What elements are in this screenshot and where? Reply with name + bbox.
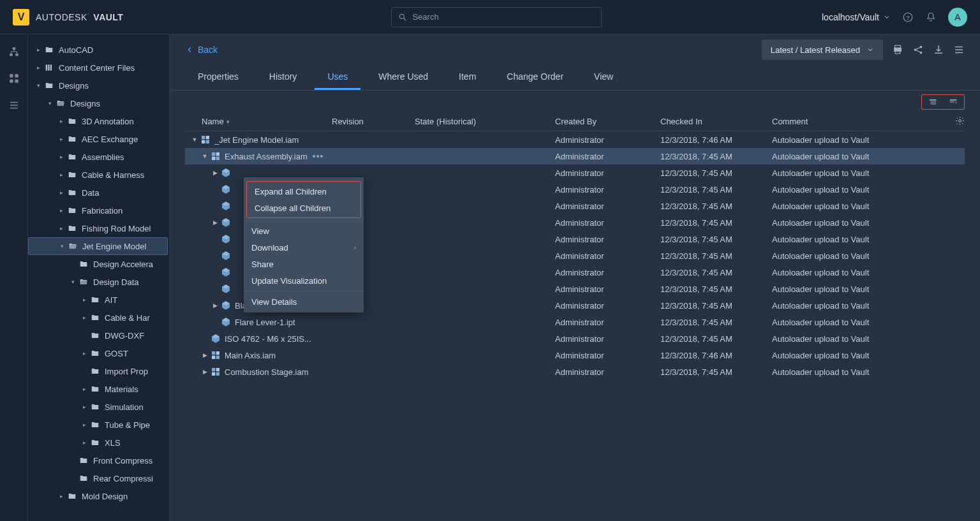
tree-item[interactable]: ▸ Fabrication xyxy=(28,202,168,219)
tree-item[interactable]: ▸ Cable & Har xyxy=(28,309,168,327)
tree-caret-icon[interactable]: ▸ xyxy=(36,64,41,71)
col-header-revision[interactable]: Revision xyxy=(332,117,415,126)
search-box[interactable] xyxy=(391,7,602,27)
tree-item[interactable]: ▾ Designs xyxy=(28,94,168,112)
help-icon[interactable] xyxy=(902,11,914,23)
print-icon[interactable] xyxy=(892,44,903,55)
tree-caret-icon[interactable]: ▸ xyxy=(59,154,64,160)
ctx-update-visualization[interactable]: Update Visualization xyxy=(244,272,364,289)
tree-caret-icon[interactable]: ▸ xyxy=(59,118,64,124)
row-caret-icon[interactable]: ▶ xyxy=(212,219,218,226)
tree-caret-icon[interactable]: ▸ xyxy=(82,439,87,446)
row-caret-icon[interactable]: ▼ xyxy=(202,153,208,159)
ctx-download[interactable]: Download› xyxy=(244,239,364,256)
tree-caret-icon[interactable]: ▸ xyxy=(82,297,87,303)
tree-item[interactable]: DWG-DXF xyxy=(28,327,168,344)
row-caret-icon[interactable]: ▶ xyxy=(202,369,208,375)
tree-item[interactable]: ▾ Designs xyxy=(28,77,168,94)
grid-row[interactable]: ▶ Main Axis.iam Administrator 12/3/2018,… xyxy=(185,347,965,363)
tree-caret-icon[interactable]: ▸ xyxy=(82,404,87,410)
col-header-checked-in[interactable]: Checked In xyxy=(660,117,772,126)
rail-hierarchy-icon[interactable] xyxy=(8,46,20,57)
tree-item[interactable]: ▸ Content Center Files xyxy=(28,59,168,77)
col-header-name[interactable]: Name▾ xyxy=(185,117,332,126)
row-caret-icon[interactable]: ▶ xyxy=(212,302,218,309)
download-icon[interactable] xyxy=(933,44,944,55)
col-header-created-by[interactable]: Created By xyxy=(555,117,660,126)
tree-item[interactable]: ▸ 3D Annotation xyxy=(28,112,168,130)
grid-row[interactable]: ▶ Combustion Stage.iam Administrator 12/… xyxy=(185,363,965,380)
notifications-icon[interactable] xyxy=(925,11,937,23)
grid-settings-icon[interactable] xyxy=(955,116,965,126)
tree-caret-icon[interactable]: ▸ xyxy=(59,189,64,196)
server-dropdown[interactable]: localhost/Vault xyxy=(822,12,891,22)
tree-item[interactable]: Design Accelera xyxy=(28,255,168,273)
back-button[interactable]: Back xyxy=(185,45,218,55)
version-dropdown[interactable]: Latest / Latest Released xyxy=(762,40,883,60)
tree-caret-icon[interactable]: ▾ xyxy=(47,100,52,106)
tree-item[interactable]: ▸ Tube & Pipe xyxy=(28,416,168,434)
tree-caret-icon[interactable]: ▾ xyxy=(59,243,64,249)
tree-caret-icon[interactable]: ▸ xyxy=(59,172,64,178)
tab-uses[interactable]: Uses xyxy=(315,65,360,90)
tree-caret-icon[interactable]: ▾ xyxy=(36,82,41,89)
tree-caret-icon[interactable]: ▸ xyxy=(59,207,64,214)
tree-item[interactable]: ▸ Fishing Rod Model xyxy=(28,219,168,237)
ctx-expand-all[interactable]: Expand all Children xyxy=(247,183,360,200)
tree-caret-icon[interactable]: ▸ xyxy=(82,314,87,321)
ctx-view[interactable]: View xyxy=(244,223,364,239)
share-icon[interactable] xyxy=(912,44,924,55)
ctx-view-details[interactable]: View Details xyxy=(244,293,364,310)
more-icon[interactable]: ••• xyxy=(313,151,324,161)
row-caret-icon[interactable]: ▶ xyxy=(202,352,208,358)
tab-view[interactable]: View xyxy=(581,65,626,90)
ctx-share[interactable]: Share xyxy=(244,256,364,272)
avatar[interactable]: A xyxy=(948,8,967,27)
tree-item[interactable]: Rear Compressi xyxy=(28,469,168,487)
tab-properties[interactable]: Properties xyxy=(185,65,251,90)
tree-caret-icon[interactable]: ▸ xyxy=(82,422,87,428)
grid-row[interactable]: ▼ _Jet Engine Model.iam Administrator 12… xyxy=(185,131,965,148)
row-caret-icon[interactable]: ▼ xyxy=(191,136,198,143)
tree-caret-icon[interactable]: ▸ xyxy=(36,47,41,53)
grid-row[interactable]: ▼ Exhaust Assembly.iam ••• Administrator… xyxy=(185,148,965,165)
tab-item[interactable]: Item xyxy=(446,65,489,90)
tree-item[interactable]: ▾ Jet Engine Model xyxy=(28,237,168,255)
rail-list-icon[interactable] xyxy=(8,99,20,111)
tree-item[interactable]: ▸ AutoCAD xyxy=(28,41,168,59)
tree-caret-icon[interactable]: ▸ xyxy=(82,350,87,356)
tree-item[interactable]: ▸ Mold Design xyxy=(28,487,168,505)
ctx-collapse-all[interactable]: Collapse all Children xyxy=(247,200,360,216)
grid-row[interactable]: ISO 4762 - M6 x 25IS... Administrator 12… xyxy=(185,330,965,347)
tab-history[interactable]: History xyxy=(256,65,310,90)
col-header-comment[interactable]: Comment xyxy=(772,117,949,126)
tree-caret-icon[interactable]: ▸ xyxy=(82,386,87,392)
expand-tree-icon[interactable] xyxy=(927,98,939,106)
col-header-state[interactable]: State (Historical) xyxy=(415,117,555,126)
tree-caret-icon[interactable]: ▸ xyxy=(59,225,64,231)
details-icon[interactable] xyxy=(953,44,965,55)
tree-item[interactable]: ▸ Simulation xyxy=(28,398,168,416)
tree-caret-icon[interactable]: ▸ xyxy=(59,493,64,499)
tree-item[interactable]: Front Compress xyxy=(28,451,168,469)
tree-item[interactable]: ▸ AEC Exchange xyxy=(28,130,168,148)
tree-caret-icon[interactable]: ▸ xyxy=(59,136,64,142)
tree-item[interactable]: Import Prop xyxy=(28,362,168,380)
tree-item[interactable]: ▸ XLS xyxy=(28,434,168,451)
tree-item[interactable]: ▾ Design Data xyxy=(28,273,168,291)
tab-change-order[interactable]: Change Order xyxy=(494,65,576,90)
tree-item[interactable]: ▸ Materials xyxy=(28,380,168,398)
tab-where-used[interactable]: Where Used xyxy=(366,65,441,90)
grid-row[interactable]: Flare Lever-1.ipt Administrator 12/3/201… xyxy=(185,314,965,330)
tree-item-label: Content Center Files xyxy=(59,63,135,73)
tree-caret-icon[interactable]: ▾ xyxy=(70,279,75,285)
tree-item[interactable]: ▸ AIT xyxy=(28,291,168,309)
tree-item[interactable]: ▸ Assemblies xyxy=(28,148,168,166)
rail-grid-icon[interactable] xyxy=(8,73,20,84)
tree-item[interactable]: ▸ Cable & Harness xyxy=(28,166,168,184)
tree-item[interactable]: ▸ GOST xyxy=(28,344,168,362)
collapse-tree-icon[interactable] xyxy=(947,98,959,106)
row-caret-icon[interactable]: ▶ xyxy=(212,170,218,176)
tree-item[interactable]: ▸ Data xyxy=(28,184,168,202)
search-input[interactable] xyxy=(412,12,595,22)
